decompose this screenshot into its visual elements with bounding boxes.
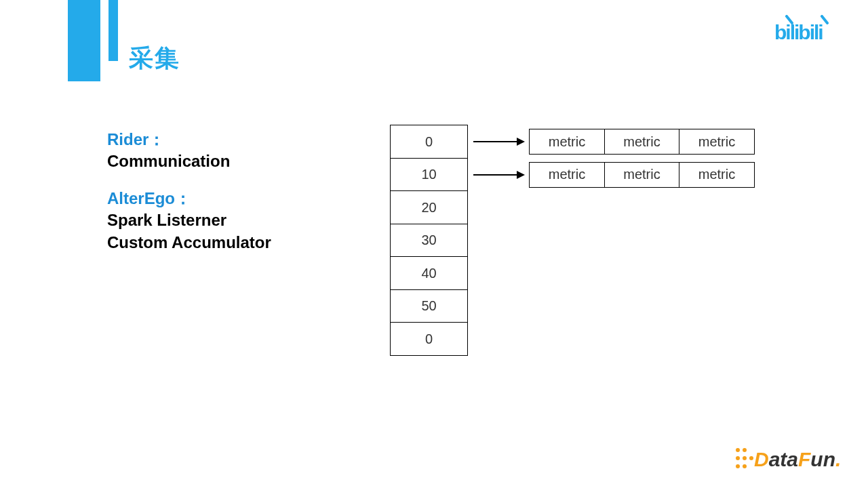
svg-text:DataFun.: DataFun. (754, 448, 841, 470)
arrow-icon (468, 158, 529, 192)
stack-cell: 10 (390, 158, 468, 192)
alterego-subtext-2: Custom Accumulator (107, 232, 271, 253)
metric-group: metric metric metric (529, 162, 755, 188)
svg-point-8 (743, 448, 747, 452)
diagram: 0 10 20 30 40 50 0 metric metric metric (390, 125, 468, 356)
stack-column: 0 10 20 30 40 50 0 (390, 125, 468, 356)
stack-cell: 0 (390, 322, 468, 356)
bilibili-logo: bilibili (774, 15, 849, 49)
metric-cell: metric (604, 129, 680, 155)
metric-cell: metric (529, 162, 605, 188)
stack-cell: 40 (390, 256, 468, 290)
arrow-icon (468, 125, 529, 159)
rider-subtext: Communication (107, 150, 271, 172)
metric-rows: metric metric metric metric metric metri… (468, 125, 755, 190)
svg-marker-3 (517, 171, 525, 179)
stack-cell: 0 (390, 125, 468, 159)
alterego-subtext-1: Spark Listerner (107, 209, 271, 231)
left-text-block: Rider： Communication AlterEgo： Spark Lis… (107, 129, 271, 253)
svg-text:bilibili: bilibili (774, 21, 823, 43)
metric-row: metric metric metric (468, 125, 755, 159)
rider-heading: Rider： (107, 129, 271, 150)
svg-point-12 (736, 464, 740, 468)
svg-marker-1 (517, 138, 525, 146)
stack-cell: 30 (390, 224, 468, 258)
metric-cell: metric (604, 162, 680, 188)
metric-row: metric metric metric (468, 158, 755, 192)
stack-cell: 50 (390, 289, 468, 323)
page-title: 采集 (129, 42, 180, 75)
svg-point-7 (736, 448, 740, 452)
metric-group: metric metric metric (529, 129, 755, 155)
datafun-logo: DataFun. (734, 443, 849, 476)
alterego-heading: AlterEgo： (107, 188, 271, 209)
stack-cell: 20 (390, 190, 468, 224)
svg-point-11 (749, 456, 753, 460)
svg-point-10 (743, 456, 747, 460)
metric-cell: metric (679, 162, 755, 188)
metric-cell: metric (679, 129, 755, 155)
metric-cell: metric (529, 129, 605, 155)
header-accent-bars (68, 0, 118, 81)
svg-point-13 (743, 464, 747, 468)
svg-line-6 (822, 16, 827, 23)
svg-point-9 (736, 456, 740, 460)
